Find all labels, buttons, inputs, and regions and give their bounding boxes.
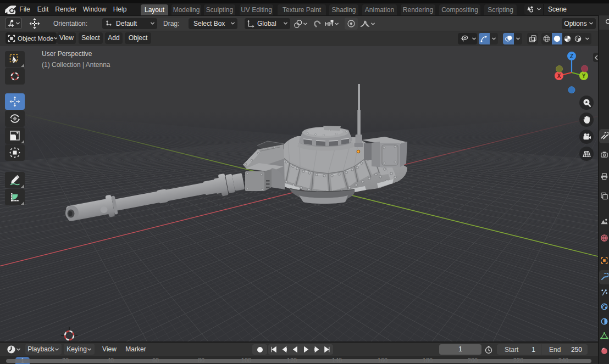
svg-text:Y: Y: [582, 73, 586, 79]
svg-text:X: X: [557, 73, 561, 79]
svg-text:Z: Z: [570, 53, 573, 59]
